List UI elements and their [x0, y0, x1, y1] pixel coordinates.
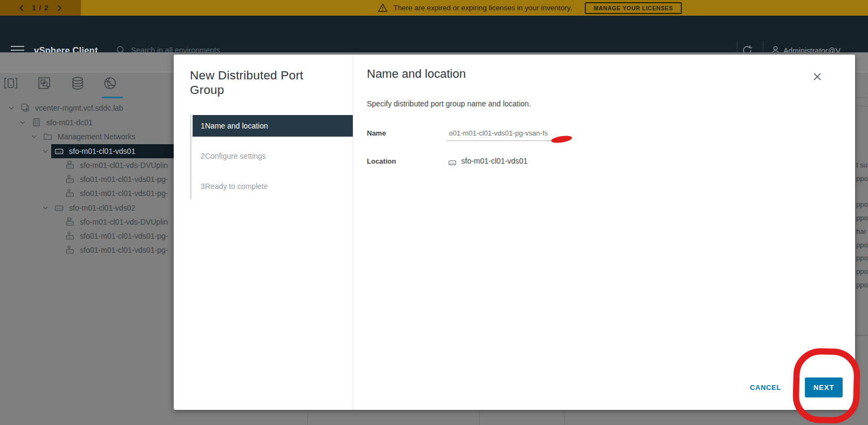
new-distributed-port-group-dialog: New Distributed Port Group 1 Name and lo…	[174, 55, 855, 410]
wizard-step-name-and-location[interactable]: 1 Name and location	[193, 115, 353, 137]
wizard-steps-rail	[190, 114, 192, 199]
portgroup-icon	[64, 174, 78, 185]
manage-licenses-button[interactable]: MANAGE YOUR LICENSES	[585, 2, 681, 14]
name-input[interactable]	[447, 125, 563, 141]
bg-grid-line	[855, 97, 868, 98]
chevron-down-icon[interactable]	[6, 104, 19, 112]
bg-text-fragment: ppo	[856, 281, 868, 289]
close-icon[interactable]	[812, 71, 823, 82]
name-field-label: Name	[367, 129, 386, 137]
panel-divider	[353, 55, 353, 410]
datacenter-icon	[30, 117, 44, 128]
hosts-and-clusters-icon	[3, 76, 18, 91]
tree-item-uplink-pg[interactable]: sfo-m01-cl01-vds-DVUplin	[0, 215, 194, 229]
tree-item-portgroup[interactable]: sfo01-m01-cl01-vds01-pg-	[0, 172, 194, 186]
chevron-down-icon[interactable]	[40, 204, 53, 212]
bg-text-fragment: t su	[856, 161, 867, 169]
warning-triangle-icon	[378, 3, 388, 13]
banner-pagination: 1 / 2	[0, 0, 81, 16]
banner-page-indicator: 1 / 2	[32, 4, 49, 12]
chevron-down-icon[interactable]	[40, 147, 53, 155]
tab-hosts-and-clusters[interactable]	[3, 76, 25, 97]
uplink-portgroup-icon	[64, 217, 78, 227]
page-description: Specify distributed port group name and …	[367, 99, 531, 108]
bg-text-fragment: ppo	[856, 241, 868, 249]
distributed-switch-icon	[447, 158, 458, 167]
bg-text-fragment: ppo	[856, 200, 868, 208]
tree-item-uplink-pg[interactable]: sfo-m01-cl01-vds-DVUplin	[0, 158, 194, 172]
active-tab-underline	[102, 97, 123, 98]
tree-item-datacenter[interactable]: sfo-m01-dc01	[0, 116, 194, 130]
wizard-step-configure-settings[interactable]: 2 Configure settings	[193, 150, 353, 163]
tree-item-portgroup[interactable]: sfo01-m01-cl01-vds01-pg-	[0, 229, 194, 243]
networking-icon	[102, 76, 118, 91]
tree-item-folder[interactable]: Management Networks	[0, 130, 194, 144]
bg-grid-line	[855, 106, 868, 106]
tree-item-vcenter[interactable]: vcenter-mgmt.vcf.sddc.lab	[0, 101, 194, 115]
bg-grid-line	[479, 409, 480, 425]
wizard-title: New Distributed Port Group	[190, 69, 341, 97]
tree-item-portgroup[interactable]: sfo01-m01-cl01-vds01-pg-	[0, 243, 194, 257]
tree-item-vds01-selected[interactable]: sfo-m01-cl01-vds01	[0, 144, 194, 158]
portgroup-icon	[64, 245, 78, 255]
tree-item-portgroup[interactable]: sfo01-m01-cl01-vds01-pg-	[0, 186, 194, 200]
tab-networking[interactable]	[102, 76, 124, 97]
chevron-down-icon[interactable]	[29, 133, 42, 140]
page-heading: Name and location	[367, 67, 466, 81]
bg-text-fragment: har	[856, 227, 866, 235]
bg-text-fragment: ppo	[856, 174, 868, 183]
bg-text-fragment: ppo	[856, 214, 868, 222]
banner-prev-icon[interactable]	[19, 5, 24, 11]
cancel-button[interactable]: CANCEL	[750, 379, 781, 396]
distributed-switch-icon	[53, 146, 67, 157]
portgroup-icon	[64, 231, 78, 241]
license-warning-banner: 1 / 2 There are expired or expiring lice…	[0, 0, 868, 16]
chevron-down-icon[interactable]	[18, 119, 30, 126]
uplink-portgroup-icon	[64, 160, 78, 171]
bg-grid-line	[307, 409, 308, 425]
storage-icon	[70, 76, 85, 91]
tree-item-vds02[interactable]: sfo-m01-cl01-vds02	[0, 201, 194, 215]
wizard-step-ready-to-complete[interactable]: 3 Ready to complete	[193, 180, 353, 193]
license-warning-text: There are expired or expiring licenses i…	[393, 4, 572, 12]
tab-vms-and-templates[interactable]	[37, 76, 58, 97]
location-field-label: Location	[367, 157, 396, 165]
banner-next-icon[interactable]	[57, 5, 62, 11]
folder-icon	[42, 131, 56, 142]
bg-grid-line	[855, 335, 868, 336]
app-header: vSphere Client Administrator@V	[0, 16, 868, 52]
bg-grid-line	[564, 409, 565, 425]
vms-and-templates-icon	[37, 76, 52, 91]
location-value: sfo-m01-cl01-vds01	[461, 157, 528, 165]
distributed-switch-icon	[53, 203, 67, 213]
bg-text-fragment: ppo	[856, 267, 868, 275]
bg-text-fragment: ppo	[856, 254, 868, 262]
tab-storage[interactable]	[70, 76, 92, 97]
portgroup-icon	[64, 188, 78, 199]
vcenter-icon	[19, 103, 33, 113]
next-button[interactable]: NEXT	[805, 377, 843, 397]
